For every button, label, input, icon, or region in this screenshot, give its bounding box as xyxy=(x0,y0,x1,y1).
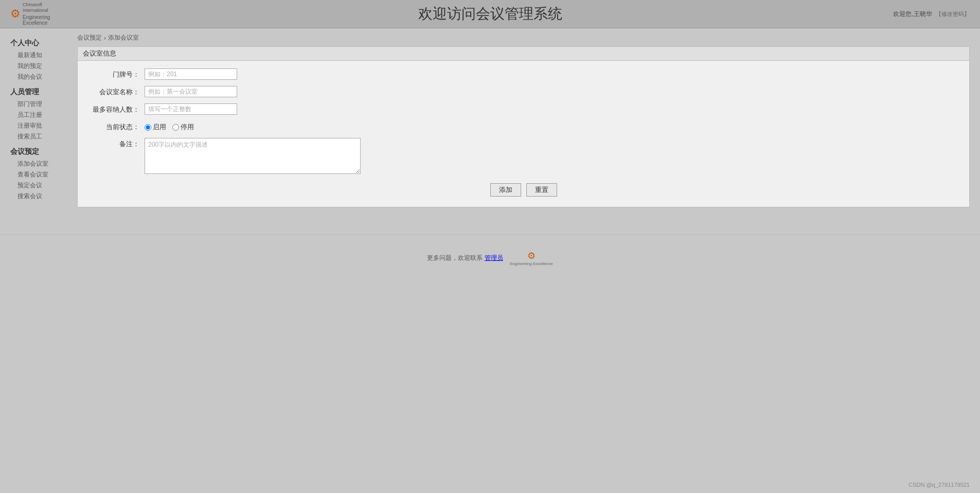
form-row-remarks: 备注： xyxy=(88,138,959,175)
main-container: 个人中心 最新通知 我的预定 我的会议 人员管理 部门管理 员工注册 注册审批 … xyxy=(0,28,980,224)
sidebar: 个人中心 最新通知 我的预定 我的会议 人员管理 部门管理 员工注册 注册审批 … xyxy=(0,33,67,219)
breadcrumb: 会议预定 › 添加会议室 xyxy=(77,33,970,42)
sidebar-item-view-rooms[interactable]: 查看会议室 xyxy=(10,169,67,180)
form-row-status: 当前状态： 启用 停用 xyxy=(88,121,959,132)
csdn-watermark: CSDN @q_2781179521 xyxy=(908,482,970,488)
footer-gear-icon: ⚙ xyxy=(527,250,536,261)
add-button[interactable]: 添加 xyxy=(490,183,521,197)
sidebar-item-register-approve[interactable]: 注册审批 xyxy=(10,120,67,131)
content-area: 会议预定 › 添加会议室 会议室信息 门牌号： 会议室名称： xyxy=(67,33,980,219)
sidebar-item-dept-manage[interactable]: 部门管理 xyxy=(10,99,67,110)
sidebar-item-reserve-meeting[interactable]: 预定会议 xyxy=(10,180,67,191)
modify-password-link[interactable]: 【修改密码】 xyxy=(936,11,970,17)
status-disable-text: 停用 xyxy=(181,122,194,132)
control-max-capacity xyxy=(145,103,959,115)
footer: 更多问题，欢迎联系 管理员 ⚙ Engineering Excellence xyxy=(0,240,980,276)
form-row-max-capacity: 最多容纳人数： xyxy=(88,103,959,115)
status-enable-label[interactable]: 启用 xyxy=(145,122,166,132)
label-status: 当前状态： xyxy=(88,121,145,132)
room-name-input[interactable] xyxy=(145,86,237,97)
sidebar-section-meeting: 会议预定 xyxy=(10,147,67,156)
gear-icon: ⚙ xyxy=(10,7,21,21)
control-room-number xyxy=(145,68,959,80)
remarks-textarea[interactable] xyxy=(145,138,361,174)
form-row-room-name: 会议室名称： xyxy=(88,86,959,97)
sidebar-item-my-booking[interactable]: 我的预定 xyxy=(10,61,67,72)
label-max-capacity: 最多容纳人数： xyxy=(88,103,145,114)
status-radio-group: 启用 停用 xyxy=(145,121,959,132)
form-panel: 会议室信息 门牌号： 会议室名称： xyxy=(77,46,970,207)
sidebar-section-personnel: 人员管理 xyxy=(10,87,67,97)
form-buttons: 添加 重置 xyxy=(88,183,959,197)
logo-company: Chinasoft International xyxy=(23,2,50,13)
footer-text: 更多问题，欢迎联系 xyxy=(427,254,483,261)
footer-logo: ⚙ Engineering Excellence xyxy=(510,250,553,266)
welcome-text: 欢迎您,王晓华 xyxy=(893,10,932,17)
form-row-room-number: 门牌号： xyxy=(88,68,959,80)
footer-admin-link[interactable]: 管理员 xyxy=(485,254,503,261)
sidebar-item-staff-register[interactable]: 员工注册 xyxy=(10,110,67,120)
sidebar-item-my-meeting[interactable]: 我的会议 xyxy=(10,72,67,82)
label-room-number: 门牌号： xyxy=(88,68,145,79)
header: ⚙ Chinasoft International Engineering Ex… xyxy=(0,0,980,28)
form-body: 门牌号： 会议室名称： 最多容纳人数： xyxy=(78,61,969,207)
control-remarks xyxy=(145,138,959,175)
status-enable-radio[interactable] xyxy=(145,124,151,131)
form-panel-title: 会议室信息 xyxy=(78,47,969,61)
reset-button[interactable]: 重置 xyxy=(526,183,557,197)
status-disable-radio[interactable] xyxy=(172,124,179,131)
logo: ⚙ Chinasoft International Engineering Ex… xyxy=(10,4,37,24)
logo-icon: ⚙ Chinasoft International Engineering Ex… xyxy=(10,4,37,24)
sidebar-item-search-meeting[interactable]: 搜索会议 xyxy=(10,191,67,202)
page-main-title: 欢迎访问会议管理系统 xyxy=(418,4,562,24)
breadcrumb-separator: › xyxy=(104,34,106,42)
control-room-name xyxy=(145,86,959,97)
breadcrumb-current: 添加会议室 xyxy=(108,33,139,42)
main-divider xyxy=(0,234,980,235)
label-room-name: 会议室名称： xyxy=(88,86,145,97)
breadcrumb-parent[interactable]: 会议预定 xyxy=(77,33,102,42)
user-info: 欢迎您,王晓华 【修改密码】 xyxy=(893,10,970,19)
label-remarks: 备注： xyxy=(88,138,145,149)
footer-brand: Engineering Excellence xyxy=(510,261,553,266)
sidebar-item-search-staff[interactable]: 搜索员工 xyxy=(10,131,67,142)
sidebar-item-add-room[interactable]: 添加会议室 xyxy=(10,159,67,169)
room-number-input[interactable] xyxy=(145,68,237,80)
sidebar-item-latest-notice[interactable]: 最新通知 xyxy=(10,50,67,61)
max-capacity-input[interactable] xyxy=(145,103,237,115)
status-disable-label[interactable]: 停用 xyxy=(172,122,194,132)
sidebar-section-personal: 个人中心 xyxy=(10,39,67,48)
logo-brand: Engineering Excellence xyxy=(23,14,50,26)
control-status: 启用 停用 xyxy=(145,121,959,132)
status-enable-text: 启用 xyxy=(153,122,166,132)
